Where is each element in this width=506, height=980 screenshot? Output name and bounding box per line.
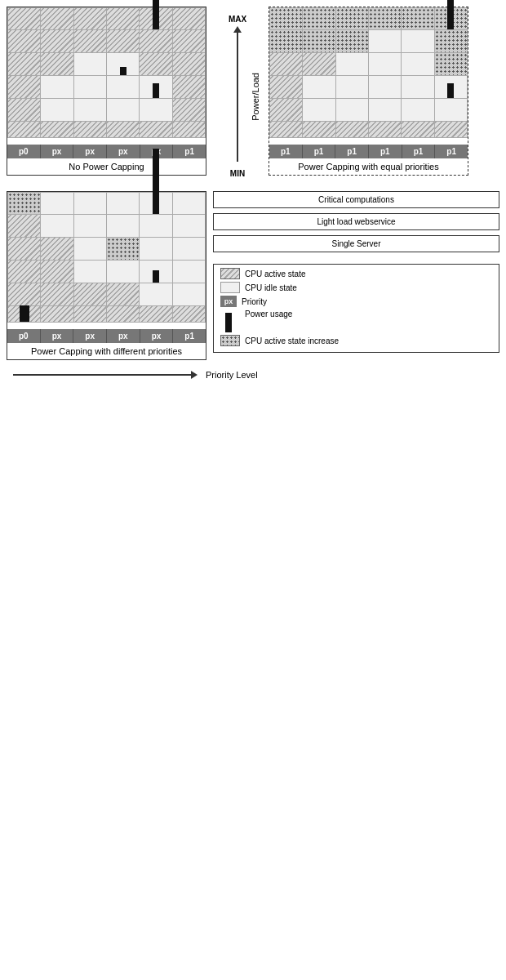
dchart-row-4: [7, 261, 206, 283]
dchart-row-5: [7, 283, 206, 306]
dp-cell-1: p0: [7, 329, 41, 343]
dcell-r4c4: [107, 261, 140, 283]
cell-r5c6: [173, 99, 206, 122]
legend-box: CPU active state CPU idle state px Prior…: [213, 264, 499, 353]
dcell-r6c2: [41, 306, 73, 323]
ecell-r4c3: [336, 76, 369, 99]
annotation-single-server: Single Server: [213, 235, 499, 252]
dchart-row-3: [7, 238, 206, 261]
echart-row-1: [269, 7, 468, 30]
cell-r4c5: [140, 76, 172, 99]
dcell-r2c2: [41, 215, 73, 238]
echart-row-3: [269, 53, 468, 76]
dcell-r4c3: [74, 261, 107, 283]
ecell-r2c1: [269, 30, 303, 53]
dp-cell-5: px: [140, 329, 174, 343]
ecell-r3c3: [336, 53, 369, 76]
dcell-r6c1: [7, 306, 41, 323]
legend-label-cpu-increase: CPU active state increase: [245, 336, 339, 345]
ecell-r5c3: [336, 99, 369, 122]
legend-label-priority: Priority: [242, 297, 267, 306]
ecell-r5c1: [269, 99, 303, 122]
ecell-r3c4: [369, 53, 402, 76]
ecell-r2c2: [303, 30, 335, 53]
chart-row-1: [7, 7, 206, 30]
priority-level-arrow-container: [13, 374, 193, 376]
priority-level-label: Priority Level: [206, 370, 258, 380]
dcell-r6c3: [74, 306, 107, 323]
ecell-r4c6: [435, 76, 468, 99]
ecell-r5c6: [435, 99, 468, 122]
ecell-r5c2: [303, 99, 335, 122]
legend-swatch-power-usage: [225, 313, 232, 332]
legend-swatch-cpu-active: [220, 268, 240, 279]
legend-item-priority: px Priority: [220, 296, 492, 307]
dbar-r6c1: [20, 305, 29, 322]
legend-swatch-cpu-idle: [220, 282, 240, 293]
ecell-r2c6: [435, 30, 468, 53]
y-axis-label: Power/Load: [251, 73, 260, 121]
dchart-row-1: [7, 192, 206, 215]
cell-r2c6: [173, 30, 206, 53]
legend-item-cpu-idle: CPU idle state: [220, 282, 492, 293]
ebar-r4c6: [447, 83, 454, 98]
cell-r5c5: [140, 99, 172, 122]
cell-r6c2: [41, 122, 73, 138]
legend-swatch-priority: px: [220, 296, 237, 307]
ecell-r2c3: [336, 30, 369, 53]
cell-r3c2: [41, 53, 73, 76]
main-container: p0 px px px px p1 No Power Capping MAX P…: [0, 0, 506, 980]
echart-row-6: [269, 122, 468, 145]
dcell-r2c4: [107, 215, 140, 238]
cell-r3c4: [107, 53, 140, 76]
legend-item-cpu-increase: CPU active state increase: [220, 335, 492, 346]
ecell-r1c6: [435, 8, 468, 30]
dp-cell-4: px: [107, 329, 140, 343]
cell-r2c2: [41, 30, 73, 53]
cell-r1c4: [107, 8, 140, 30]
ep-cell-5: p1: [402, 145, 436, 158]
cell-r3c5: [140, 53, 172, 76]
cell-r2c1: [7, 30, 41, 53]
chart-diff-priorities-label: Power Capping with different priorities: [7, 343, 206, 359]
cell-r2c3: [74, 30, 107, 53]
ecell-r1c1: [269, 8, 303, 30]
legend-item-power-usage: Power usage: [220, 310, 492, 332]
cell-r5c4: [107, 99, 140, 122]
dcell-r1c5: [140, 193, 172, 215]
legend-label-power-usage: Power usage: [245, 310, 292, 318]
legend-swatch-cpu-increase: [220, 335, 240, 346]
legend-label-cpu-active: CPU active state: [245, 270, 305, 278]
ecell-r3c5: [402, 53, 434, 76]
dcell-r1c2: [41, 193, 73, 215]
dcell-r3c5: [140, 238, 172, 261]
dcell-r3c2: [41, 238, 73, 261]
ep-cell-4: p1: [369, 145, 402, 158]
annotation-light-load: Light load webservice: [213, 213, 499, 230]
dbar-r1c5: [153, 149, 159, 214]
chart-no-capping-grid: [7, 7, 206, 145]
dcell-r3c4: [107, 238, 140, 261]
cell-r6c5: [140, 122, 172, 138]
cell-r5c3: [74, 99, 107, 122]
dcell-r1c4: [107, 193, 140, 215]
ep-cell-6: p1: [435, 145, 468, 158]
cell-r2c5: [140, 30, 172, 53]
cell-r4c4: [107, 76, 140, 99]
cell-r3c6: [173, 53, 206, 76]
dp-cell-3: px: [73, 329, 107, 343]
chart-row-4: [7, 76, 206, 99]
dcell-r3c6: [173, 238, 206, 261]
dcell-r2c1: [7, 215, 41, 238]
dp-cell-6: p1: [173, 329, 206, 343]
ecell-r4c5: [402, 76, 434, 99]
cell-r1c5: [140, 8, 172, 30]
cell-r1c6: [173, 8, 206, 30]
echart-row-5: [269, 99, 468, 122]
bar-r1c5: [153, 0, 159, 29]
ecell-r6c6: [435, 122, 468, 138]
dcell-r6c4: [107, 306, 140, 323]
cell-r6c6: [173, 122, 206, 138]
cell-r4c6: [173, 76, 206, 99]
priority-level-arrow-line: [13, 374, 193, 376]
